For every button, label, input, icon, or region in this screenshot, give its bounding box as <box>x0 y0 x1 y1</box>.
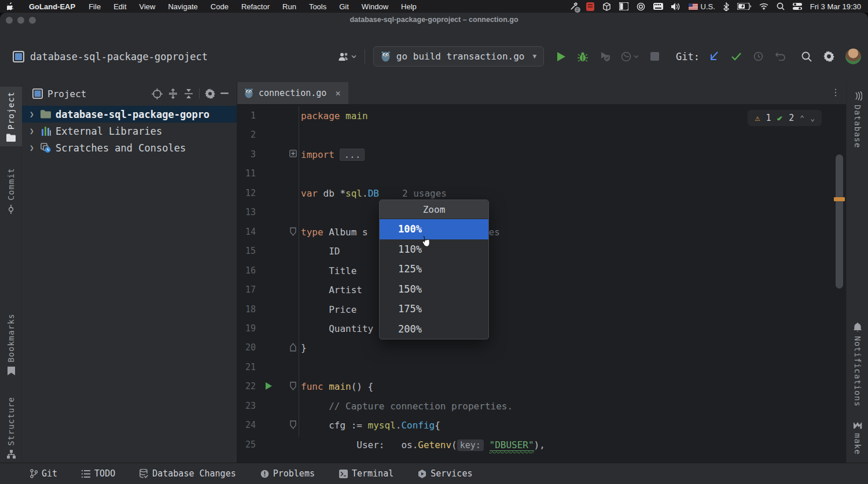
statusbar-item-git[interactable]: Git <box>30 468 57 479</box>
apple-menu-icon[interactable] <box>7 2 22 11</box>
expand-all-button[interactable] <box>168 88 178 99</box>
editor-line-21[interactable]: 21 <box>237 358 846 377</box>
volume-menu-icon[interactable] <box>671 3 681 10</box>
statusbar-item-todo[interactable]: TODO <box>82 468 115 479</box>
tab-connection-go[interactable]: connection.go ✕ <box>237 82 348 104</box>
menu-item-refactor[interactable]: Refactor <box>235 2 276 11</box>
profiler-button[interactable] <box>616 51 643 62</box>
menu-item-window[interactable]: Window <box>355 2 395 11</box>
fold-marker-icon[interactable] <box>289 343 297 352</box>
menu-app-name[interactable]: GoLand-EAP <box>22 2 82 11</box>
chevron-right-icon[interactable]: ❯ <box>27 143 37 152</box>
editor-line-18[interactable]: 18 Price <box>237 300 846 319</box>
zoom-option-200%[interactable]: 200% <box>380 319 488 339</box>
git-update-button[interactable] <box>703 51 725 61</box>
menu-item-view[interactable]: View <box>133 2 162 11</box>
editor-line-25[interactable]: 25 User: os.Getenv(key: "DBUSER"), <box>237 435 846 455</box>
tree-row[interactable]: ❯Scratches and Consoles <box>22 139 237 156</box>
zoom-option-125%[interactable]: 125% <box>380 259 488 279</box>
fold-marker-icon[interactable] <box>289 382 297 391</box>
editor-line-17[interactable]: 17 Artist <box>237 280 846 300</box>
editor-line-12[interactable]: 12var db *sql.DB2 usages <box>237 184 846 203</box>
code-with-me-button[interactable] <box>338 52 356 61</box>
run-button[interactable] <box>550 51 572 62</box>
sidebar-item-commit[interactable]: Commit <box>0 163 22 219</box>
editor-line-13[interactable]: 13 <box>237 203 846 222</box>
chevron-right-icon[interactable]: ❯ <box>27 127 37 135</box>
editor-line-15[interactable]: 15 ID <box>237 242 846 261</box>
menu-item-code[interactable]: Code <box>204 2 235 11</box>
warning-stripe-marker[interactable] <box>834 197 845 201</box>
editor-line-19[interactable]: 19 Quantity <box>237 319 846 338</box>
sidebar-menu-icon[interactable] <box>619 2 628 10</box>
menu-item-git[interactable]: Git <box>333 2 355 11</box>
editor-line-20[interactable]: 20} <box>237 338 846 357</box>
sidebar-item-structure[interactable]: Structure <box>0 392 22 463</box>
editor-scrollbar[interactable] <box>836 154 843 289</box>
keyboard-menu-icon[interactable] <box>653 3 663 10</box>
editor-line-2[interactable]: 2 <box>237 125 846 145</box>
editor-line-16[interactable]: 16 Title <box>237 261 846 280</box>
editor-line-11[interactable]: 11 <box>237 164 846 183</box>
editor-line-14[interactable]: 14type Album ses <box>237 223 846 242</box>
menu-item-navigate[interactable]: Navigate <box>161 2 204 11</box>
run-configuration-select[interactable]: go build transaction.go ▼ <box>373 46 544 66</box>
control-center-menu-icon[interactable] <box>793 3 802 10</box>
prev-problem-button[interactable]: ⌃ <box>800 114 804 123</box>
sidebar-item-notifications[interactable]: Notifications <box>847 318 868 412</box>
sidebar-item-bookmarks[interactable]: Bookmarks <box>0 309 22 380</box>
fold-marker-icon[interactable] <box>289 420 297 430</box>
hide-panel-button[interactable] <box>220 93 229 95</box>
user-avatar[interactable] <box>845 49 861 64</box>
settings-button[interactable] <box>818 51 840 62</box>
tree-row[interactable]: ❯database-sql-package-gopro <box>22 106 237 123</box>
debug-button[interactable] <box>572 51 594 62</box>
wifi-menu-icon[interactable] <box>759 3 768 10</box>
locate-file-button[interactable] <box>152 88 163 99</box>
menu-item-run[interactable]: Run <box>276 2 303 11</box>
statusbar-item-services[interactable]: Services <box>418 468 472 479</box>
sidebar-item-make[interactable]: make <box>847 418 868 460</box>
fold-marker-icon[interactable] <box>289 150 297 159</box>
bluetooth-menu-icon[interactable] <box>723 2 729 11</box>
tool-menu-icon[interactable]: 2 <box>569 2 578 11</box>
sidebar-item-project[interactable]: Project <box>0 87 22 146</box>
git-commit-button[interactable] <box>725 52 747 61</box>
editor-line-3[interactable]: 3import ... <box>237 145 846 164</box>
statusbar-item-database-changes[interactable]: Database Changes <box>139 468 236 479</box>
close-tab-icon[interactable]: ✕ <box>335 88 340 98</box>
statusbar-item-problems[interactable]: Problems <box>260 468 315 479</box>
input-source-flag[interactable]: U.S. <box>689 2 715 11</box>
editor-line-22[interactable]: 22func main() { <box>237 377 846 396</box>
git-history-button[interactable] <box>747 51 769 61</box>
inspections-widget[interactable]: ⚠ 1 ✔✔ 2 ⌃ ⌄ <box>748 110 822 126</box>
panel-options-gear-button[interactable] <box>205 88 215 99</box>
editor-options-kebab-icon[interactable]: ⋮ <box>831 87 840 98</box>
zoom-option-110%[interactable]: 110% <box>380 239 488 260</box>
statusbar-item-terminal[interactable]: Terminal <box>339 468 393 479</box>
editor-line-23[interactable]: 23 // Capture connection properties. <box>237 397 846 416</box>
sidebar-item-database[interactable]: Database <box>847 87 868 153</box>
power-circle-menu-icon[interactable] <box>637 2 645 11</box>
fold-marker-icon[interactable] <box>289 227 297 237</box>
collapse-all-button[interactable] <box>183 88 194 99</box>
run-with-coverage-button[interactable] <box>594 51 616 62</box>
search-everywhere-button[interactable] <box>796 51 818 62</box>
menu-item-help[interactable]: Help <box>395 2 423 11</box>
red-app-menu-icon[interactable] <box>586 2 594 11</box>
git-rollback-button[interactable] <box>769 52 791 61</box>
project-widget[interactable]: database-sql-package-goproject <box>13 51 208 62</box>
run-gutter-icon[interactable] <box>265 382 273 391</box>
zoom-option-175%[interactable]: 175% <box>380 299 488 319</box>
zoom-option-100%[interactable]: 100% <box>380 219 488 239</box>
stop-button[interactable] <box>643 52 665 61</box>
menu-item-edit[interactable]: Edit <box>107 2 133 11</box>
code-pane[interactable]: 1package main23import ...1112var db *sql… <box>237 105 846 463</box>
next-problem-button[interactable]: ⌄ <box>810 114 815 123</box>
menu-clock[interactable]: Fri 3 Mar 19:30 <box>810 2 861 11</box>
tree-row[interactable]: ❯External Libraries <box>22 123 237 139</box>
spotlight-menu-icon[interactable] <box>777 2 785 10</box>
menu-item-tools[interactable]: Tools <box>303 2 333 11</box>
chevron-right-icon[interactable]: ❯ <box>27 110 37 119</box>
menu-item-file[interactable]: File <box>82 2 107 11</box>
